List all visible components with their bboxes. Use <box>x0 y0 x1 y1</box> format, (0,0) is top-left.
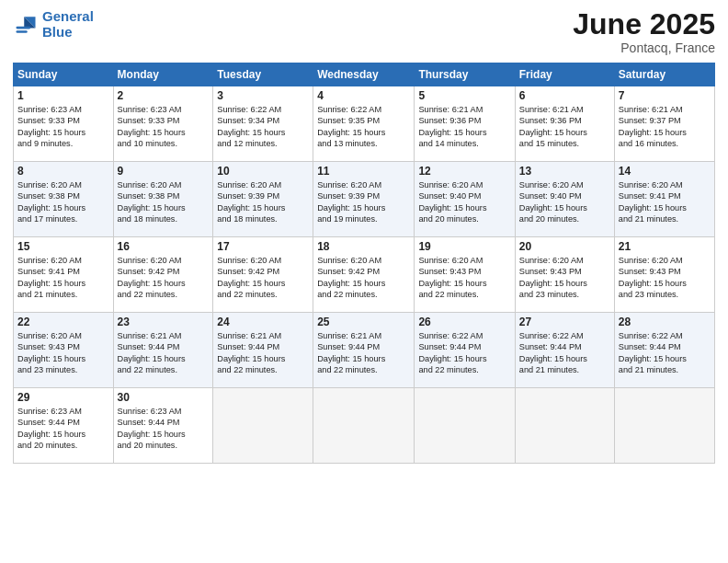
cell-details: Sunrise: 6:22 AM Sunset: 9:44 PM Dayligh… <box>418 330 510 376</box>
logo-text: General Blue <box>42 9 94 40</box>
day-number: 9 <box>118 165 210 178</box>
cell-details: Sunrise: 6:22 AM Sunset: 9:34 PM Dayligh… <box>217 104 309 150</box>
day-number: 22 <box>17 316 109 328</box>
cell-details: Sunrise: 6:20 AM Sunset: 9:39 PM Dayligh… <box>217 179 309 225</box>
calendar-cell: 23Sunrise: 6:21 AM Sunset: 9:44 PM Dayli… <box>113 313 213 388</box>
cell-details: Sunrise: 6:20 AM Sunset: 9:43 PM Dayligh… <box>17 330 109 376</box>
day-number: 13 <box>519 165 610 178</box>
calendar-cell: 1Sunrise: 6:23 AM Sunset: 9:33 PM Daylig… <box>14 86 114 162</box>
month-title: June 2025 <box>573 9 715 39</box>
day-number: 4 <box>317 89 410 102</box>
calendar-week-row: 8Sunrise: 6:20 AM Sunset: 9:38 PM Daylig… <box>14 162 715 237</box>
calendar-cell <box>614 388 714 464</box>
calendar-week-row: 1Sunrise: 6:23 AM Sunset: 9:33 PM Daylig… <box>14 86 715 162</box>
calendar-cell: 11Sunrise: 6:20 AM Sunset: 9:39 PM Dayli… <box>313 162 415 237</box>
header-row: SundayMondayTuesdayWednesdayThursdayFrid… <box>14 63 715 86</box>
calendar-cell: 12Sunrise: 6:20 AM Sunset: 9:40 PM Dayli… <box>415 162 515 237</box>
cell-details: Sunrise: 6:21 AM Sunset: 9:44 PM Dayligh… <box>217 330 309 376</box>
cell-details: Sunrise: 6:20 AM Sunset: 9:39 PM Dayligh… <box>317 179 410 225</box>
cell-details: Sunrise: 6:22 AM Sunset: 9:35 PM Dayligh… <box>317 104 410 150</box>
logo-general: General <box>42 8 94 24</box>
cell-details: Sunrise: 6:20 AM Sunset: 9:43 PM Dayligh… <box>418 255 510 301</box>
day-number: 14 <box>619 165 711 178</box>
cell-details: Sunrise: 6:20 AM Sunset: 9:43 PM Dayligh… <box>619 255 711 301</box>
logo: General Blue <box>13 9 94 40</box>
calendar-cell: 24Sunrise: 6:21 AM Sunset: 9:44 PM Dayli… <box>213 313 313 388</box>
day-number: 18 <box>317 240 410 253</box>
cell-details: Sunrise: 6:21 AM Sunset: 9:44 PM Dayligh… <box>118 330 210 376</box>
calendar-cell: 17Sunrise: 6:20 AM Sunset: 9:42 PM Dayli… <box>213 237 313 313</box>
day-number: 17 <box>217 240 309 253</box>
cell-details: Sunrise: 6:21 AM Sunset: 9:37 PM Dayligh… <box>619 104 711 150</box>
calendar-cell: 30Sunrise: 6:23 AM Sunset: 9:44 PM Dayli… <box>113 388 213 464</box>
svg-rect-4 <box>17 30 28 33</box>
cell-details: Sunrise: 6:22 AM Sunset: 9:44 PM Dayligh… <box>519 330 610 376</box>
cell-details: Sunrise: 6:20 AM Sunset: 9:41 PM Dayligh… <box>17 255 109 301</box>
cell-details: Sunrise: 6:23 AM Sunset: 9:33 PM Dayligh… <box>118 104 210 150</box>
cell-details: Sunrise: 6:23 AM Sunset: 9:44 PM Dayligh… <box>17 406 109 452</box>
calendar-cell: 28Sunrise: 6:22 AM Sunset: 9:44 PM Dayli… <box>614 313 714 388</box>
calendar-cell: 16Sunrise: 6:20 AM Sunset: 9:42 PM Dayli… <box>113 237 213 313</box>
calendar-cell: 27Sunrise: 6:22 AM Sunset: 9:44 PM Dayli… <box>515 313 614 388</box>
calendar-cell: 9Sunrise: 6:20 AM Sunset: 9:38 PM Daylig… <box>113 162 213 237</box>
header: General Blue June 2025 Pontacq, France <box>13 9 715 55</box>
cell-details: Sunrise: 6:20 AM Sunset: 9:42 PM Dayligh… <box>217 255 309 301</box>
calendar-cell: 6Sunrise: 6:21 AM Sunset: 9:36 PM Daylig… <box>515 86 614 162</box>
day-number: 29 <box>17 391 109 404</box>
cell-details: Sunrise: 6:23 AM Sunset: 9:44 PM Dayligh… <box>118 406 210 452</box>
day-number: 16 <box>118 240 210 253</box>
day-number: 12 <box>418 165 510 178</box>
calendar-cell: 5Sunrise: 6:21 AM Sunset: 9:36 PM Daylig… <box>415 86 515 162</box>
location: Pontacq, France <box>573 40 715 55</box>
logo-icon <box>13 12 39 38</box>
calendar-week-row: 29Sunrise: 6:23 AM Sunset: 9:44 PM Dayli… <box>14 388 715 464</box>
cell-details: Sunrise: 6:20 AM Sunset: 9:41 PM Dayligh… <box>619 179 711 225</box>
day-number: 27 <box>519 316 610 328</box>
day-number: 11 <box>317 165 410 178</box>
day-number: 5 <box>418 89 510 102</box>
weekday-header: Tuesday <box>213 63 313 86</box>
calendar-cell: 21Sunrise: 6:20 AM Sunset: 9:43 PM Dayli… <box>614 237 714 313</box>
calendar-cell: 2Sunrise: 6:23 AM Sunset: 9:33 PM Daylig… <box>113 86 213 162</box>
calendar-cell: 29Sunrise: 6:23 AM Sunset: 9:44 PM Dayli… <box>14 388 114 464</box>
day-number: 24 <box>217 316 309 328</box>
day-number: 20 <box>519 240 610 253</box>
calendar-cell: 19Sunrise: 6:20 AM Sunset: 9:43 PM Dayli… <box>415 237 515 313</box>
day-number: 19 <box>418 240 510 253</box>
calendar-cell: 20Sunrise: 6:20 AM Sunset: 9:43 PM Dayli… <box>515 237 614 313</box>
day-number: 3 <box>217 89 309 102</box>
day-number: 1 <box>17 89 109 102</box>
calendar-cell: 8Sunrise: 6:20 AM Sunset: 9:38 PM Daylig… <box>14 162 114 237</box>
day-number: 25 <box>317 316 410 328</box>
calendar-cell: 4Sunrise: 6:22 AM Sunset: 9:35 PM Daylig… <box>313 86 415 162</box>
calendar-cell: 25Sunrise: 6:21 AM Sunset: 9:44 PM Dayli… <box>313 313 415 388</box>
calendar-cell <box>515 388 614 464</box>
cell-details: Sunrise: 6:21 AM Sunset: 9:36 PM Dayligh… <box>519 104 610 150</box>
day-number: 7 <box>619 89 711 102</box>
calendar-cell: 18Sunrise: 6:20 AM Sunset: 9:42 PM Dayli… <box>313 237 415 313</box>
weekday-header: Saturday <box>614 63 714 86</box>
day-number: 15 <box>17 240 109 253</box>
day-number: 8 <box>17 165 109 178</box>
day-number: 21 <box>619 240 711 253</box>
calendar-cell: 26Sunrise: 6:22 AM Sunset: 9:44 PM Dayli… <box>415 313 515 388</box>
cell-details: Sunrise: 6:20 AM Sunset: 9:42 PM Dayligh… <box>118 255 210 301</box>
calendar-cell: 7Sunrise: 6:21 AM Sunset: 9:37 PM Daylig… <box>614 86 714 162</box>
day-number: 10 <box>217 165 309 178</box>
calendar-week-row: 15Sunrise: 6:20 AM Sunset: 9:41 PM Dayli… <box>14 237 715 313</box>
title-area: June 2025 Pontacq, France <box>573 9 715 55</box>
cell-details: Sunrise: 6:20 AM Sunset: 9:38 PM Dayligh… <box>17 179 109 225</box>
calendar-cell: 22Sunrise: 6:20 AM Sunset: 9:43 PM Dayli… <box>14 313 114 388</box>
cell-details: Sunrise: 6:20 AM Sunset: 9:40 PM Dayligh… <box>418 179 510 225</box>
calendar-week-row: 22Sunrise: 6:20 AM Sunset: 9:43 PM Dayli… <box>14 313 715 388</box>
weekday-header: Monday <box>113 63 213 86</box>
calendar-cell <box>213 388 313 464</box>
logo-blue: Blue <box>42 24 73 40</box>
cell-details: Sunrise: 6:21 AM Sunset: 9:44 PM Dayligh… <box>317 330 410 376</box>
day-number: 30 <box>118 391 210 404</box>
cell-details: Sunrise: 6:20 AM Sunset: 9:43 PM Dayligh… <box>519 255 610 301</box>
day-number: 2 <box>118 89 210 102</box>
cell-details: Sunrise: 6:21 AM Sunset: 9:36 PM Dayligh… <box>418 104 510 150</box>
weekday-header: Friday <box>515 63 614 86</box>
calendar-cell: 15Sunrise: 6:20 AM Sunset: 9:41 PM Dayli… <box>14 237 114 313</box>
